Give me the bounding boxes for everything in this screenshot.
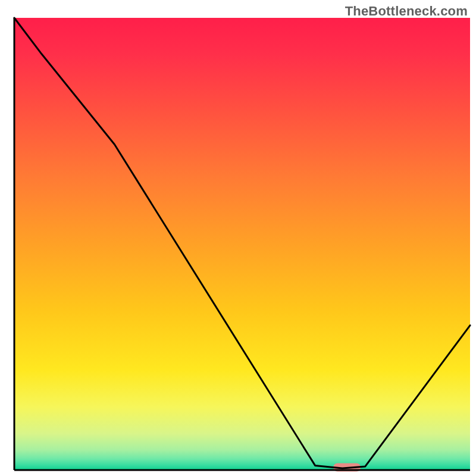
plot-background (14, 18, 470, 470)
bottleneck-chart (0, 0, 476, 476)
watermark-text: TheBottleneck.com (345, 4, 468, 19)
